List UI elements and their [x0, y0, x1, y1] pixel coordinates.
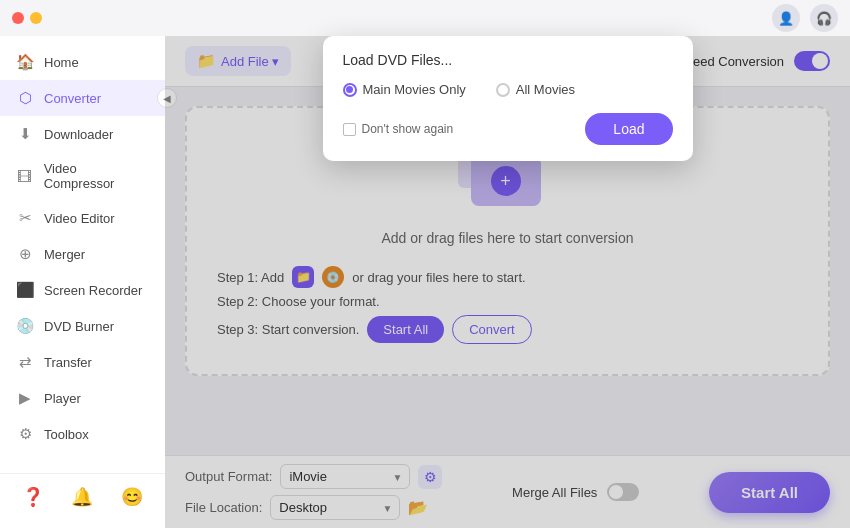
transfer-icon: ⇄: [16, 353, 34, 371]
sidebar-label-downloader: Downloader: [44, 127, 113, 142]
merger-icon: ⊕: [16, 245, 34, 263]
modal-radio-row: Main Movies Only All Movies: [343, 82, 673, 97]
modal-title: Load DVD Files...: [343, 52, 673, 68]
notifications-icon[interactable]: 🔔: [71, 486, 93, 508]
sidebar-label-player: Player: [44, 391, 81, 406]
feedback-icon[interactable]: 😊: [121, 486, 143, 508]
screen-recorder-icon: ⬛: [16, 281, 34, 299]
headset-icon[interactable]: 🎧: [810, 4, 838, 32]
sidebar-label-video-editor: Video Editor: [44, 211, 115, 226]
load-dvd-modal: Load DVD Files... Main Movies Only All M…: [323, 36, 693, 161]
radio-all-movies-label: All Movies: [516, 82, 575, 97]
radio-main-movies[interactable]: Main Movies Only: [343, 82, 466, 97]
dvd-burner-icon: 💿: [16, 317, 34, 335]
sidebar-item-converter[interactable]: ⬡ Converter ◀: [0, 80, 165, 116]
sidebar-item-player[interactable]: ▶ Player: [0, 380, 165, 416]
main-content: 📁 Add File ▾ High Speed Conversion: [165, 36, 850, 528]
dont-show-checkbox[interactable]: [343, 123, 356, 136]
radio-main-movies-circle: [343, 83, 357, 97]
modal-footer: Don't show again Load: [343, 113, 673, 145]
sidebar-item-video-compressor[interactable]: 🎞 Video Compressor: [0, 152, 165, 200]
sidebar-bottom: ❓ 🔔 😊: [0, 473, 165, 520]
sidebar-label-screen-recorder: Screen Recorder: [44, 283, 142, 298]
close-dot[interactable]: [12, 12, 24, 24]
dont-show-label[interactable]: Don't show again: [343, 122, 454, 136]
video-compressor-icon: 🎞: [16, 168, 34, 185]
sidebar-label-transfer: Transfer: [44, 355, 92, 370]
minimize-dot[interactable]: [30, 12, 42, 24]
app-layout: 🏠 Home ⬡ Converter ◀ ⬇ Downloader 🎞 Vide…: [0, 36, 850, 528]
radio-main-movies-label: Main Movies Only: [363, 82, 466, 97]
sidebar-item-merger[interactable]: ⊕ Merger: [0, 236, 165, 272]
sidebar-label-home: Home: [44, 55, 79, 70]
sidebar: 🏠 Home ⬡ Converter ◀ ⬇ Downloader 🎞 Vide…: [0, 36, 165, 528]
radio-all-movies[interactable]: All Movies: [496, 82, 575, 97]
window-controls: [12, 12, 42, 24]
downloader-icon: ⬇: [16, 125, 34, 143]
home-icon: 🏠: [16, 53, 34, 71]
dont-show-text: Don't show again: [362, 122, 454, 136]
sidebar-label-dvd-burner: DVD Burner: [44, 319, 114, 334]
toolbox-icon: ⚙: [16, 425, 34, 443]
sidebar-label-merger: Merger: [44, 247, 85, 262]
sidebar-item-dvd-burner[interactable]: 💿 DVD Burner: [0, 308, 165, 344]
sidebar-item-video-editor[interactable]: ✂ Video Editor: [0, 200, 165, 236]
sidebar-item-home[interactable]: 🏠 Home: [0, 44, 165, 80]
radio-all-movies-circle: [496, 83, 510, 97]
player-icon: ▶: [16, 389, 34, 407]
help-icon[interactable]: ❓: [22, 486, 44, 508]
sidebar-label-video-compressor: Video Compressor: [44, 161, 149, 191]
sidebar-item-transfer[interactable]: ⇄ Transfer: [0, 344, 165, 380]
video-editor-icon: ✂: [16, 209, 34, 227]
user-icon[interactable]: 👤: [772, 4, 800, 32]
sidebar-item-toolbox[interactable]: ⚙ Toolbox: [0, 416, 165, 452]
sidebar-item-screen-recorder[interactable]: ⬛ Screen Recorder: [0, 272, 165, 308]
load-button[interactable]: Load: [585, 113, 672, 145]
sidebar-label-converter: Converter: [44, 91, 101, 106]
titlebar-icons: 👤 🎧: [772, 4, 838, 32]
converter-icon: ⬡: [16, 89, 34, 107]
sidebar-label-toolbox: Toolbox: [44, 427, 89, 442]
titlebar: 👤 🎧: [0, 0, 850, 36]
modal-overlay: Load DVD Files... Main Movies Only All M…: [165, 36, 850, 528]
sidebar-item-downloader[interactable]: ⬇ Downloader: [0, 116, 165, 152]
